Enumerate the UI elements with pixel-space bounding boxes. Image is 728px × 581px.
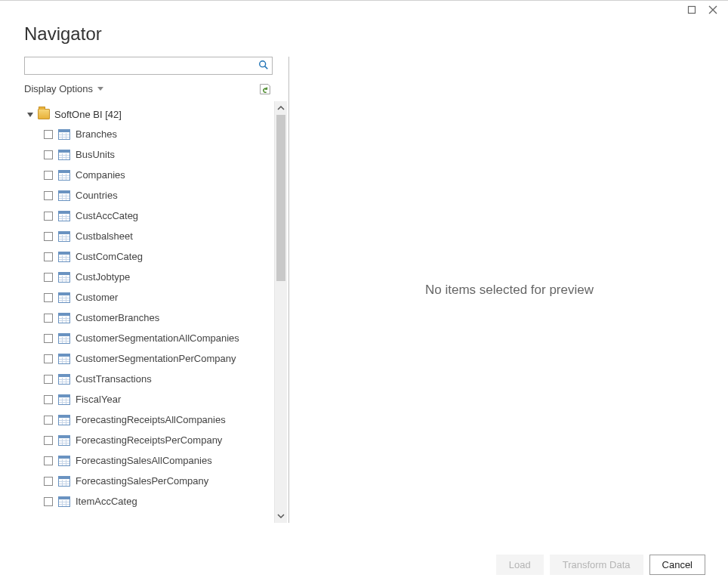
scroll-track[interactable] xyxy=(275,115,287,509)
transform-data-button[interactable]: Transform Data xyxy=(550,555,643,575)
checkbox[interactable] xyxy=(44,416,53,425)
tree-item-label: FiscalYear xyxy=(76,394,121,405)
search-icon[interactable] xyxy=(258,60,269,73)
titlebar xyxy=(0,1,728,19)
preview-empty-message: No items selected for preview xyxy=(425,283,594,298)
table-icon xyxy=(58,252,70,262)
tree-item-label: ForecastingReceiptsAllCompanies xyxy=(76,414,226,425)
table-icon xyxy=(58,354,70,364)
dialog-body: Display Options SoftOne BI [ xyxy=(0,57,728,538)
load-button[interactable]: Load xyxy=(496,555,544,575)
preview-pane: No items selected for preview xyxy=(291,57,728,523)
svg-rect-0 xyxy=(689,7,696,14)
table-icon xyxy=(58,333,70,344)
tree-item-label: CustomerSegmentationAllCompanies xyxy=(76,332,239,344)
tree-item[interactable]: CustomerBranches xyxy=(24,307,258,328)
tree-item[interactable]: CustTransactions xyxy=(24,369,258,389)
tree: SoftOne BI [42] BranchesBusUnitsCompanie… xyxy=(24,101,258,523)
search-input[interactable] xyxy=(24,57,273,75)
dialog-footer: Load Transform Data Cancel xyxy=(0,538,728,581)
tree-item-label: CustJobtype xyxy=(76,271,130,283)
tree-item-label: CustTransactions xyxy=(76,373,152,385)
table-icon xyxy=(58,313,70,323)
checkbox[interactable] xyxy=(44,273,53,282)
tree-item-label: Countries xyxy=(76,190,118,201)
table-icon xyxy=(58,435,70,446)
display-options-dropdown[interactable]: Display Options xyxy=(24,81,103,97)
expand-icon xyxy=(27,113,33,117)
table-icon xyxy=(58,394,70,405)
refresh-icon xyxy=(259,83,271,95)
tree-item-label: CustComCateg xyxy=(76,251,143,262)
table-icon xyxy=(58,456,70,466)
scroll-thumb[interactable] xyxy=(276,115,285,281)
tree-item[interactable]: ForecastingSalesPerCompany xyxy=(24,471,258,491)
checkbox[interactable] xyxy=(44,354,53,363)
close-icon xyxy=(708,5,717,14)
checkbox[interactable] xyxy=(44,395,53,404)
checkbox[interactable] xyxy=(44,314,53,323)
tree-item[interactable]: Branches xyxy=(24,124,258,144)
folder-icon xyxy=(38,109,50,119)
square-icon xyxy=(687,5,696,14)
tree-item[interactable]: ForecastingReceiptsAllCompanies xyxy=(24,409,258,430)
tree-item-label: Branches xyxy=(76,128,117,140)
tree-item-label: ForecastingSalesPerCompany xyxy=(76,475,208,487)
tree-item-label: CustomerBranches xyxy=(76,312,159,323)
scrollbar-vertical[interactable] xyxy=(274,101,287,523)
checkbox[interactable] xyxy=(44,171,53,180)
cancel-button[interactable]: Cancel xyxy=(649,555,705,575)
tree-item[interactable]: BusUnits xyxy=(24,144,258,165)
tree-item-label: ForecastingSalesAllCompanies xyxy=(76,455,212,466)
tree-item[interactable]: CustComCateg xyxy=(24,246,258,267)
checkbox[interactable] xyxy=(44,191,53,200)
tree-root[interactable]: SoftOne BI [42] xyxy=(24,104,258,124)
root-label: SoftOne BI [42] xyxy=(54,109,122,120)
tree-item-label: Custbalsheet xyxy=(76,230,133,242)
tree-item[interactable]: ItemAccCateg xyxy=(24,491,258,511)
table-icon xyxy=(58,272,70,283)
maximize-button[interactable] xyxy=(681,2,702,17)
tree-item[interactable]: ForecastingReceiptsPerCompany xyxy=(24,430,258,450)
tree-item[interactable]: CustAccCateg xyxy=(24,206,258,226)
svg-line-2 xyxy=(265,66,268,70)
tree-item-label: ForecastingReceiptsPerCompany xyxy=(76,434,222,446)
tree-item[interactable]: Countries xyxy=(24,185,258,206)
tree-item-label: Companies xyxy=(76,169,125,181)
dialog-title: Navigator xyxy=(24,23,705,45)
refresh-button[interactable] xyxy=(258,82,273,97)
checkbox[interactable] xyxy=(44,252,53,261)
checkbox[interactable] xyxy=(44,436,53,445)
scroll-up-button[interactable] xyxy=(275,101,287,115)
checkbox[interactable] xyxy=(44,477,53,486)
table-icon xyxy=(58,129,70,140)
tree-item-label: BusUnits xyxy=(76,149,115,160)
table-icon xyxy=(58,374,70,385)
tree-item[interactable]: Companies xyxy=(24,165,258,185)
tree-item[interactable]: CustomerSegmentationPerCompany xyxy=(24,348,258,369)
tree-item[interactable]: Customer xyxy=(24,287,258,307)
checkbox[interactable] xyxy=(44,334,53,343)
checkbox[interactable] xyxy=(44,150,53,159)
checkbox[interactable] xyxy=(44,293,53,302)
scroll-down-button[interactable] xyxy=(275,509,287,523)
tree-item[interactable]: Custbalsheet xyxy=(24,226,258,246)
tree-item-label: Customer xyxy=(76,292,118,303)
checkbox[interactable] xyxy=(44,232,53,241)
close-button[interactable] xyxy=(702,2,723,17)
tree-item-label: ItemAccCateg xyxy=(76,496,137,507)
tree-item[interactable]: CustomerSegmentationAllCompanies xyxy=(24,328,258,348)
navigator-dialog: Navigator Display Options xyxy=(0,0,728,581)
svg-point-1 xyxy=(260,61,266,67)
tree-item[interactable]: CustJobtype xyxy=(24,267,258,287)
checkbox[interactable] xyxy=(44,130,53,139)
checkbox[interactable] xyxy=(44,497,53,506)
checkbox[interactable] xyxy=(44,212,53,221)
pane-divider xyxy=(288,57,289,523)
tree-item[interactable]: FiscalYear xyxy=(24,389,258,409)
checkbox[interactable] xyxy=(44,456,53,465)
tree-item[interactable]: ForecastingSalesAllCompanies xyxy=(24,450,258,471)
checkbox[interactable] xyxy=(44,375,53,384)
table-icon xyxy=(58,476,70,487)
display-options-label: Display Options xyxy=(24,83,93,94)
